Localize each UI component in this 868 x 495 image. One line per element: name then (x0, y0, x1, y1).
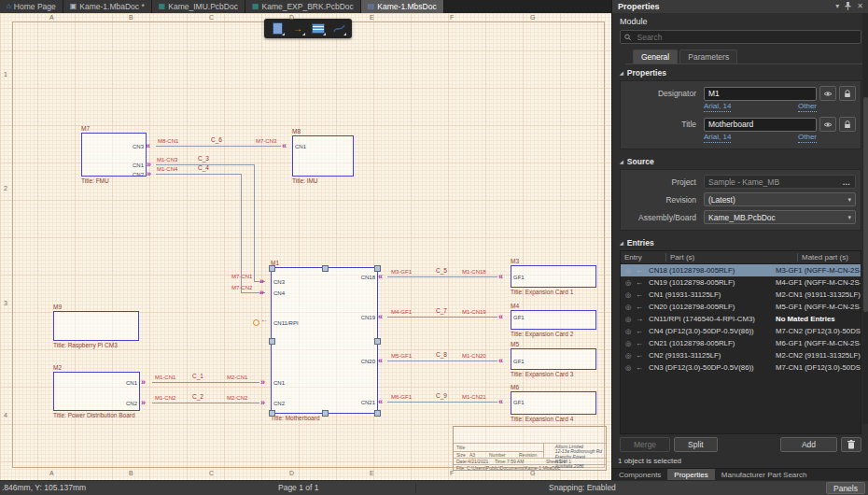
selection-handle[interactable] (269, 265, 275, 272)
wire-c-1[interactable] (152, 382, 259, 383)
port-m8-cn1[interactable]: CN1 (295, 143, 306, 150)
designator-other-link[interactable]: Other (798, 102, 817, 112)
module-M1[interactable]: M1Title: MotherboardCN3CN4CN11/RPICN1CN2… (271, 267, 378, 414)
wire-c-5[interactable] (387, 276, 497, 277)
selection-handle[interactable] (322, 410, 329, 417)
designator-field[interactable] (704, 87, 817, 101)
eye-list-icon[interactable]: ◎ (621, 328, 636, 335)
selection-handle[interactable] (374, 338, 381, 345)
port-m1-cn3[interactable]: CN3 (273, 278, 285, 286)
eye-list-icon[interactable]: ◎ (621, 316, 636, 323)
schematic-canvas[interactable]: M7Title: FMUCN3CN1CN2M8Title: IMUCN1M9Ti… (0, 13, 611, 481)
search-box[interactable] (620, 30, 861, 44)
add-button[interactable]: Add (780, 437, 837, 452)
project-field[interactable]: Sample - Kame_MB … (704, 175, 856, 189)
designator-font-link[interactable]: Arial, 14 (704, 102, 731, 112)
place-module-icon[interactable] (269, 21, 286, 36)
title-field[interactable] (704, 118, 817, 132)
split-button[interactable]: Split (674, 437, 718, 452)
wire-c-4[interactable] (156, 174, 241, 175)
rigid-flex-icon[interactable] (330, 21, 347, 36)
ellipsis-icon[interactable]: … (843, 177, 852, 187)
port-m6-gf1[interactable]: GF1 (513, 399, 525, 406)
designator-lock-button[interactable] (839, 86, 856, 101)
scrollbar-thumb[interactable] (863, 97, 868, 312)
entries-row[interactable]: ◎←CN3 (DF12(3.0)-50DP-0.5V(86))M7-CN1 (D… (621, 361, 861, 374)
place-connection-icon[interactable]: → (289, 21, 306, 36)
selection-handle[interactable] (374, 265, 381, 272)
entries-row[interactable]: ◎←CN2 (91931-31125LF)M2-CN2 (91911-31325… (621, 349, 861, 361)
tab-general[interactable]: General (633, 50, 678, 64)
wire-c-3[interactable] (254, 164, 255, 281)
entries-row[interactable]: ◎→CN11/RPI (1746540-4-RPI-CM3)No Mated E… (621, 313, 861, 325)
title-lock-button[interactable] (839, 117, 856, 132)
port-m5-gf1[interactable]: GF1 (513, 358, 525, 365)
section-header-properties[interactable]: ◢ Properties (612, 64, 868, 79)
pin-icon[interactable] (845, 2, 851, 12)
entries-header-mated[interactable]: Mated part (s) (797, 253, 861, 262)
port-m2-cn1[interactable]: CN1 (126, 379, 137, 387)
entries-row[interactable]: ◎←CN20 (10128798-005RLF)M5-GF1 (NGFF-M-C… (621, 301, 861, 313)
port-m2-cn2[interactable]: CN2 (126, 400, 137, 407)
eye-list-icon[interactable]: ◎ (621, 364, 636, 372)
panels-button[interactable]: Panels (826, 482, 865, 494)
section-header-source[interactable]: ◢ Source (612, 153, 868, 168)
module-M3[interactable]: M3Title: Expansion Card 1GF1 (511, 265, 596, 288)
tab-kame-1-mbsdoc[interactable]: ▤Kame-1.MbsDoc (361, 0, 444, 13)
entries-row[interactable]: ◎←CN4 (DF12(3.0)-50DP-0.5V(86))M7-CN2 (D… (621, 325, 861, 337)
port-m1-cn2[interactable]: CN2 (273, 400, 285, 407)
port-m7-cn3[interactable]: CN3 (133, 143, 144, 150)
wire-c-7[interactable] (387, 317, 497, 318)
entries-row[interactable]: ◎←CN18 (10128798-005RLF)M3-GF1 (NGFF-M-C… (621, 264, 861, 276)
selection-handle[interactable] (322, 265, 329, 272)
port-m4-gf1[interactable]: GF1 (513, 314, 525, 321)
tab-kame-1-mbadoc[interactable]: ▣Kame-1.MbaDoc * (63, 0, 152, 13)
title-visibility-button[interactable] (819, 117, 836, 132)
port-m1-cn19[interactable]: CN19 (361, 314, 375, 321)
port-m1-cn11-rpi[interactable]: CN11/RPI (273, 319, 299, 327)
port-m7-cn2[interactable]: CN2 (133, 171, 144, 178)
selection-handle[interactable] (374, 410, 381, 417)
entries-row[interactable]: ◎←CN1 (91931-31125LF)M2-CN1 (91911-31325… (621, 289, 861, 301)
designator-visibility-button[interactable] (819, 86, 836, 101)
eye-list-icon[interactable]: ◎ (621, 267, 636, 275)
revision-select[interactable]: (Latest) ▾ (704, 192, 856, 206)
selection-handle[interactable] (269, 410, 275, 417)
module-M5[interactable]: M5Title: Expansion Card 3GF1 (511, 348, 596, 370)
title-font-link[interactable]: Arial, 14 (704, 133, 731, 143)
wire-c-8[interactable] (387, 361, 497, 361)
module-M7[interactable]: M7Title: FMUCN3CN1CN2 (81, 133, 147, 177)
module-M9[interactable]: M9Title: Raspberry Pi CM3 (53, 311, 139, 341)
tab-kame-exp-brk-pcbdoc[interactable]: ▦Kame_EXP_BRK.PcbDoc (245, 0, 361, 13)
merge-button[interactable]: Merge (620, 437, 670, 452)
entries-header-entry[interactable]: Entry (621, 253, 665, 262)
selection-handle[interactable] (269, 338, 275, 345)
close-icon[interactable]: ✕ (857, 3, 863, 10)
module-M8[interactable]: M8Title: IMUCN1 (292, 135, 354, 177)
module-M4[interactable]: M4Title: Expansion Card 2GF1 (511, 310, 596, 330)
port-m1-cn4[interactable]: CN4 (273, 290, 285, 297)
search-input[interactable] (636, 32, 858, 43)
port-m3-gf1[interactable]: GF1 (513, 274, 525, 281)
port-m1-cn20[interactable]: CN20 (361, 358, 375, 365)
wire-c-9[interactable] (387, 402, 497, 403)
wire-c-4[interactable] (241, 174, 242, 292)
tab-home-page[interactable]: ⌂Home Page (0, 0, 63, 13)
port-m1-cn1[interactable]: CN1 (273, 379, 285, 387)
delete-button[interactable] (841, 437, 861, 452)
module-M2[interactable]: M2Title: Power Distribution BoardCN1CN2 (53, 372, 140, 411)
entries-row[interactable]: ◎←CN19 (10128798-005RLF)M4-GF1 (NGFF-M-C… (621, 276, 861, 289)
wire-c-6[interactable] (156, 146, 281, 147)
port-m1-cn21[interactable]: CN21 (361, 399, 375, 406)
assembly-board-select[interactable]: Kame_MB.PcbDoc ▾ (704, 210, 856, 224)
module-M6[interactable]: M6Title: Expansion Card 4GF1 (511, 391, 596, 415)
entries-header-part[interactable]: Part (s) (665, 253, 797, 262)
title-other-link[interactable]: Other (798, 133, 817, 143)
eye-list-icon[interactable]: ◎ (621, 352, 636, 360)
panel-dropdown-icon[interactable]: ▾ (835, 3, 839, 10)
port-m7-cn1[interactable]: CN1 (133, 162, 144, 169)
entries-row[interactable]: ◎←CN21 (10128798-005RLF)M6-GF1 (NGFF-M-C… (621, 337, 861, 349)
eye-list-icon[interactable]: ◎ (621, 304, 636, 311)
wire-c-2[interactable] (152, 403, 259, 403)
section-header-entries[interactable]: ◢ Entries (612, 234, 868, 249)
